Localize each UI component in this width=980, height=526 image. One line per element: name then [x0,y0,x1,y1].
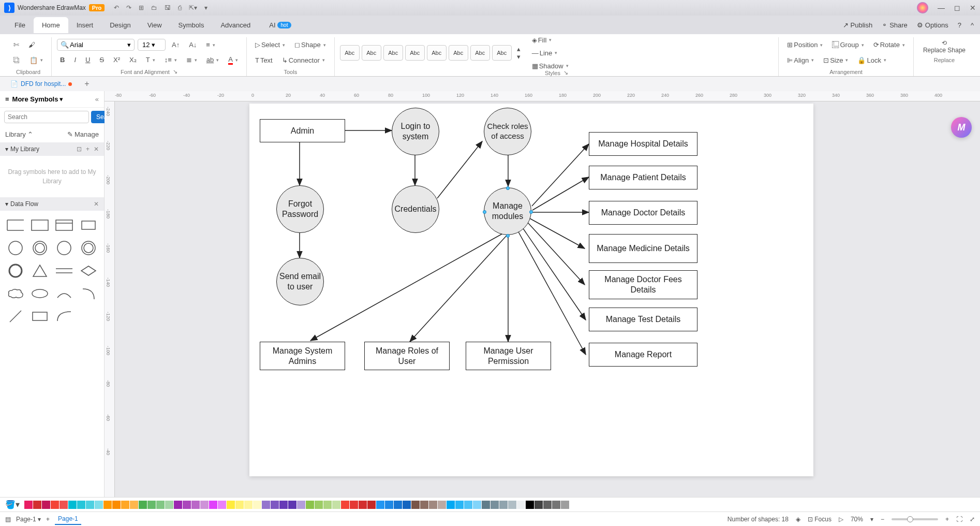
color-swatch[interactable] [306,501,314,509]
zoom-in-icon[interactable]: + [945,516,949,523]
add-doc-tab[interactable]: + [81,78,92,90]
layers-icon[interactable]: ◈ [796,516,800,523]
library-drop-area[interactable]: Drag symbols here to add to My Library [0,156,104,197]
color-swatch[interactable] [51,501,59,509]
menu-design[interactable]: Design [101,17,139,33]
color-swatch[interactable] [68,501,77,509]
node-manage-modules[interactable]: Manage modules [484,187,531,235]
color-swatch[interactable] [350,501,358,509]
shape-rect[interactable] [29,216,50,235]
styles-more-icon[interactable]: ▴▾ [514,43,524,63]
add-page-button[interactable]: + [46,516,50,523]
shape-double-line[interactable] [54,261,75,280]
selection-handle[interactable] [529,210,533,214]
color-swatch[interactable] [297,501,305,509]
undo-icon[interactable]: ↶ [114,4,119,11]
selection-handle[interactable] [506,186,510,190]
menu-view[interactable]: View [139,17,170,33]
style-preset-4[interactable]: Abc [405,45,425,61]
paste-icon[interactable]: 📋 [26,54,46,66]
node-send-email[interactable]: Send email to user [276,258,324,305]
cut-icon[interactable]: ✄ [10,39,22,51]
color-swatch[interactable] [253,501,261,509]
node-manage-system-admins[interactable]: Manage System Admins [260,342,345,370]
print-icon[interactable]: ⎙ [178,4,182,11]
color-swatch[interactable] [218,501,226,509]
replace-shape-button[interactable]: ⟲ Replace Shape [919,37,970,56]
color-swatch[interactable] [60,501,68,509]
copy-icon[interactable]: ⿻ [10,54,23,66]
select-tool[interactable]: ▷ Select [252,39,288,51]
canvas-page[interactable]: Admin Login to system Check roles of acc… [249,104,813,476]
color-swatch[interactable] [323,501,332,509]
size-button[interactable]: ⊡ Size [820,54,851,66]
zoom-thumb[interactable] [907,516,913,522]
menu-symbols[interactable]: Symbols [170,17,213,33]
focus-button[interactable]: ⊡ Focus [808,516,831,523]
color-swatch[interactable] [103,501,112,509]
color-swatch[interactable] [552,501,560,509]
line-spacing-icon[interactable]: ↕≡ [161,54,180,66]
node-manage-test[interactable]: Manage Test Details [589,308,697,331]
color-swatch[interactable] [42,501,50,509]
format-painter-icon[interactable]: 🖌 [25,39,38,51]
node-manage-user-permission[interactable]: Manage User Permission [466,342,551,370]
menu-file[interactable]: File [6,17,34,33]
color-swatch[interactable] [482,501,490,509]
page-tab-1[interactable]: Page-1 [55,514,81,525]
shape-line[interactable] [5,307,25,326]
selection-handle[interactable] [483,210,486,214]
new-icon[interactable]: ⊞ [139,4,144,11]
menu-ai[interactable]: AI hot [261,17,300,33]
color-swatch[interactable] [403,501,411,509]
highlight-icon[interactable]: ab [203,54,222,66]
node-manage-doctor-fees[interactable]: Manage Doctor Fees Details [589,270,697,299]
maximize-icon[interactable]: ◻ [954,4,960,12]
shape-rect-3[interactable] [29,307,50,326]
color-swatch[interactable] [455,501,464,509]
color-swatch[interactable] [341,501,349,509]
selection-handle[interactable] [506,234,510,238]
color-swatch[interactable] [332,501,340,509]
shape-circle-2[interactable] [54,239,75,257]
bullet-list-icon[interactable]: ≣ [183,54,200,66]
color-swatch[interactable] [288,501,296,509]
color-swatch[interactable] [130,501,138,509]
strikethrough-icon[interactable]: S [96,54,107,66]
bold-icon[interactable]: B [57,54,68,66]
color-swatch[interactable] [359,501,367,509]
group-button[interactable]: ⿺ Group [829,39,867,51]
styles-dialog-icon[interactable]: ↘ [563,69,568,76]
color-swatch[interactable] [183,501,191,509]
save-icon[interactable]: 🖫 [165,4,171,11]
color-swatch[interactable] [394,501,402,509]
font-select[interactable]: 🔍Arial▾ [57,39,135,51]
more-symbols-label[interactable]: More Symbols [12,95,58,103]
color-swatch[interactable] [174,501,182,509]
collapse-ribbon-icon[interactable]: ^ [971,21,974,29]
font-dialog-icon[interactable]: ↘ [173,68,177,75]
color-swatch[interactable] [147,501,156,509]
color-swatch[interactable] [77,501,85,509]
color-swatch[interactable] [227,501,235,509]
search-input[interactable] [4,111,89,123]
color-swatch[interactable] [95,501,103,509]
color-swatch[interactable] [121,501,129,509]
color-swatch[interactable] [209,501,217,509]
style-preset-8[interactable]: Abc [492,45,512,61]
canvas-scroll[interactable]: Admin Login to system Check roles of acc… [115,101,980,497]
style-preset-7[interactable]: Abc [470,45,490,61]
text-align-icon[interactable]: ≡ [203,39,218,51]
superscript-icon[interactable]: X² [110,54,123,66]
my-library-section[interactable]: ▾ My Library ⊡+✕ [0,142,104,156]
color-swatch[interactable] [86,501,94,509]
shape-curve[interactable] [54,307,75,326]
shape-rect-open[interactable] [5,216,25,235]
node-check-roles[interactable]: Check roles of access [484,108,531,155]
color-swatch[interactable] [543,501,552,509]
qat-more-icon[interactable]: ▾ [204,4,207,11]
color-swatch[interactable] [491,501,499,509]
fullscreen-icon[interactable]: ⤢ [970,516,975,523]
open-icon[interactable]: 🗀 [151,4,157,11]
text-tool[interactable]: T Text [252,54,276,66]
